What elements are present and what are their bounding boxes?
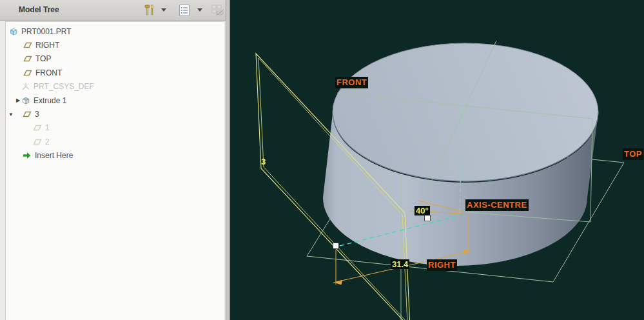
drag-handle-offset[interactable]: [333, 243, 339, 249]
tree-item-extrude1[interactable]: ▶ Extrude 1: [6, 94, 224, 107]
expand-expanded-icon[interactable]: ▼: [8, 112, 14, 117]
distance-dimension-value[interactable]: 31.4: [391, 259, 409, 269]
axis-centre-label[interactable]: AXIS-CENTRE: [465, 199, 529, 211]
panel-splitter[interactable]: [226, 0, 230, 320]
tree-item-label: TOP: [35, 54, 51, 63]
insert-arrow-icon: [23, 151, 32, 160]
datum-plane-icon-grayed: [33, 123, 42, 132]
model-tree: PRT0001.PRT RIGHT TOP F: [5, 21, 224, 320]
tree-item-right[interactable]: RIGHT: [6, 38, 224, 52]
tree-item-plane3[interactable]: ▼ 3: [6, 107, 224, 121]
model-tree-panel: Model Tree: [0, 0, 226, 320]
drag-handle-angle[interactable]: [425, 215, 431, 221]
extrude-icon: [21, 96, 30, 105]
tree-tools-icon[interactable]: [142, 3, 157, 17]
tree-item-label: Extrude 1: [34, 96, 66, 105]
tree-item-label: Insert Here: [35, 151, 73, 160]
datum-plane-icon: [23, 110, 32, 119]
tree-filters-icon[interactable]: [177, 3, 192, 17]
datum-plane-icon-grayed: [33, 137, 42, 146]
show-columns-icon-disabled: [210, 3, 226, 17]
tree-item-label: 1: [45, 123, 50, 132]
tree-item-label: PRT_CSYS_DEF: [34, 82, 94, 91]
model-scene: [230, 0, 644, 320]
tree-item-prt0001[interactable]: PRT0001.PRT: [6, 25, 224, 38]
datum-plane-icon: [23, 54, 32, 63]
expand-collapsed-icon[interactable]: ▶: [15, 97, 21, 103]
list-page-icon: [178, 4, 191, 17]
tree-item-sub1[interactable]: 1: [6, 121, 224, 135]
tree-item-label: 2: [45, 137, 50, 146]
tree-item-sub2[interactable]: 2: [6, 135, 224, 148]
front-plane-label[interactable]: FRONT: [335, 77, 368, 88]
tree-item-csys[interactable]: PRT_CSYS_DEF: [6, 80, 224, 94]
tree-filters-dropdown-caret[interactable]: [197, 8, 202, 12]
datum-plane-icon: [23, 41, 32, 50]
tree-item-label: FRONT: [35, 68, 62, 77]
tree-item-front[interactable]: FRONT: [6, 66, 224, 79]
tree-item-label: 3: [35, 110, 39, 119]
csys-icon: [21, 82, 30, 91]
tree-item-label: PRT0001.PRT: [21, 27, 72, 36]
graphics-viewport[interactable]: FRONT TOP AXIS-CENTRE RIGHT 40° 31.4 3: [230, 0, 644, 320]
creo-window: Model Tree: [0, 0, 644, 320]
right-plane-label[interactable]: RIGHT: [427, 259, 457, 271]
datum-plane-icon: [23, 68, 32, 77]
top-plane-label[interactable]: TOP: [623, 148, 643, 160]
part-icon: [9, 27, 18, 36]
tree-tools-dropdown-caret[interactable]: [161, 8, 166, 12]
hammer-screwdriver-icon: [143, 4, 156, 17]
sketch-plane-id-label[interactable]: 3: [260, 157, 267, 166]
panel-title: Model Tree: [19, 5, 59, 14]
angle-dimension-value[interactable]: 40°: [415, 206, 430, 215]
cylinder-top-face[interactable]: [333, 43, 598, 181]
tree-item-label: RIGHT: [35, 41, 59, 50]
tree-item-top[interactable]: TOP: [6, 52, 224, 66]
tree-item-insert-here[interactable]: Insert Here: [6, 149, 224, 163]
model-tree-header: Model Tree: [0, 0, 226, 21]
columns-eye-slash-icon: [211, 4, 225, 17]
